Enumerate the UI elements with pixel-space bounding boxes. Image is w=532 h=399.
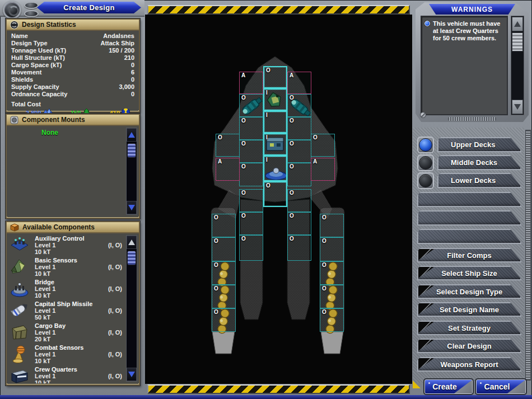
- available-components-panel: Available Components Auxiliary ControlLe…: [6, 221, 140, 386]
- design-slot-o[interactable]: O: [287, 140, 311, 163]
- clear-design-button[interactable]: Clear Design: [417, 339, 521, 353]
- window-control-button-2[interactable]: [24, 10, 39, 17]
- middle-decks-button[interactable]: Middle Decks: [437, 155, 521, 170]
- stat-value: 0: [131, 62, 134, 69]
- component-item-bridge[interactable]: BridgeLevel 110 kT(I, O): [8, 278, 127, 300]
- select-ship-size-button[interactable]: Select Ship Size: [417, 266, 521, 280]
- component-mounts-list[interactable]: None: [7, 126, 139, 217]
- filter-comps-button[interactable]: Filter Comps: [417, 248, 521, 262]
- design-slot-a[interactable]: A: [239, 72, 263, 94]
- design-slot-o[interactable]: O: [287, 117, 311, 140]
- slot-letter: O: [290, 118, 294, 124]
- missile-icon: [9, 301, 30, 320]
- component-item-crew-quarters[interactable]: Crew QuartersLevel 110 kT(I, O): [8, 365, 127, 383]
- component-slots: (I, O): [108, 351, 122, 358]
- component-slots: (I, O): [108, 285, 122, 292]
- design-slot-o[interactable]: O: [212, 261, 236, 285]
- stat-row-supply-capacity: Supply Capacity3,000: [11, 83, 134, 91]
- mounts-scroll-down-button[interactable]: [127, 201, 137, 214]
- component-name: Basic Sensors: [35, 257, 77, 264]
- design-slot-o[interactable]: O: [239, 235, 263, 261]
- grip-ridges: [448, 117, 496, 121]
- design-slot-o[interactable]: O: [239, 140, 263, 163]
- scroll-down-icon: [514, 104, 521, 110]
- create-button[interactable]: Create: [424, 379, 473, 394]
- menu-orb-button[interactable]: [3, 1, 21, 19]
- design-slot-i[interactable]: I: [263, 156, 287, 181]
- set-design-name-button[interactable]: Set Design Name: [417, 302, 521, 317]
- components-scroll-down-button[interactable]: [127, 368, 137, 381]
- middle-decks-radio[interactable]: [419, 156, 432, 170]
- select-design-type-button[interactable]: Select Design Type: [417, 284, 521, 299]
- design-slot-o[interactable]: O: [311, 134, 335, 157]
- lower-decks-radio[interactable]: [419, 174, 432, 187]
- design-slot-o[interactable]: O: [287, 163, 311, 186]
- design-slot-o[interactable]: O: [320, 237, 344, 261]
- design-slot-o[interactable]: O: [216, 134, 240, 157]
- button-pip: [428, 382, 430, 384]
- button-wedge: [507, 380, 525, 393]
- design-slot-i[interactable]: I: [263, 133, 287, 156]
- design-slot-o[interactable]: O: [212, 237, 236, 261]
- design-slot-o[interactable]: O: [212, 214, 236, 237]
- warnings-scroll-down-button[interactable]: [512, 100, 523, 114]
- set-strategy-button[interactable]: Set Strategy: [417, 321, 521, 335]
- design-slot-o[interactable]: O: [320, 261, 344, 285]
- component-item-cargo-bay[interactable]: Cargo BayLevel 120 kT(I, O): [8, 322, 127, 344]
- slot-letter: O: [290, 190, 294, 196]
- window-control-button-1[interactable]: [24, 2, 39, 9]
- button-pip: [480, 382, 482, 384]
- design-slot-o[interactable]: O: [287, 94, 311, 117]
- slot-letter: O: [290, 140, 294, 147]
- component-level: Level 1: [35, 264, 55, 270]
- design-slot-o[interactable]: O: [320, 285, 344, 308]
- basic-sensors-icon: [9, 257, 30, 276]
- design-slot-o[interactable]: O: [263, 66, 287, 88]
- warnings-scroll-up-button[interactable]: [512, 17, 523, 31]
- design-slot-o[interactable]: O: [263, 181, 287, 207]
- component-level: Level 1: [35, 285, 55, 292]
- design-slot-o[interactable]: O: [239, 163, 263, 186]
- slot-letter: O: [322, 238, 326, 244]
- component-item-capital-ship-missile[interactable]: Capital Ship MissileLevel 150 kT(I, O): [8, 300, 127, 322]
- design-slot-o[interactable]: O: [287, 212, 311, 235]
- design-slot-o[interactable]: O: [239, 189, 263, 212]
- component-item-combat-sensors[interactable]: Combat SensorsLevel 110 kT(I, O): [8, 344, 127, 365]
- component-item-auxiliary-control[interactable]: Auxiliary ControlLevel 110 kT(I, O): [8, 234, 127, 256]
- cancel-button[interactable]: Cancel: [476, 379, 526, 394]
- design-slot-o[interactable]: O: [287, 189, 311, 212]
- component-mounts-header: Component Mounts: [7, 115, 139, 126]
- design-slot-a[interactable]: A: [311, 158, 335, 181]
- components-scroll-up-button[interactable]: [127, 236, 137, 249]
- design-slot-o[interactable]: O: [320, 308, 344, 332]
- nacelle-cap-left: [212, 332, 235, 354]
- mounts-scroll-slider[interactable]: [127, 143, 136, 158]
- slot-letter: O: [241, 236, 246, 242]
- components-scroll-slider[interactable]: [127, 251, 136, 265]
- design-slot-o[interactable]: O: [212, 308, 236, 332]
- stat-row-tonnage-used-kt: Tonnage Used (kT)150 / 200: [11, 47, 134, 54]
- warnings-scroll-slider[interactable]: [512, 32, 523, 51]
- design-slot-a[interactable]: A: [216, 158, 240, 181]
- design-slot-o[interactable]: O: [320, 214, 344, 237]
- design-slot-o[interactable]: O: [287, 235, 311, 261]
- mounts-scroll-up-button[interactable]: [127, 128, 137, 142]
- design-slot-o[interactable]: O: [239, 212, 263, 235]
- design-slot-o[interactable]: O: [212, 285, 236, 308]
- upper-decks-button[interactable]: Upper Decks: [437, 137, 521, 152]
- lower-decks-button[interactable]: Lower Decks: [437, 173, 521, 188]
- design-slot-a[interactable]: A: [287, 72, 311, 94]
- design-slot-o[interactable]: O: [239, 94, 263, 117]
- warning-bullet-icon: [424, 21, 430, 26]
- design-slot-i[interactable]: I: [263, 111, 287, 133]
- weapons-report-button[interactable]: Weapons Report: [417, 357, 521, 372]
- component-item-basic-sensors[interactable]: Basic SensorsLevel 110 kT(I, O): [8, 256, 127, 278]
- slot-letter: O: [241, 140, 246, 147]
- slot-letter: O: [214, 262, 218, 268]
- mounts-scrollbar: [126, 128, 137, 215]
- right-edge-ridge: [525, 130, 531, 381]
- upper-decks-radio[interactable]: [419, 138, 432, 152]
- design-slot-i[interactable]: I: [263, 88, 287, 111]
- design-slot-o[interactable]: O: [239, 117, 263, 140]
- component-name: Combat Sensors: [35, 344, 83, 351]
